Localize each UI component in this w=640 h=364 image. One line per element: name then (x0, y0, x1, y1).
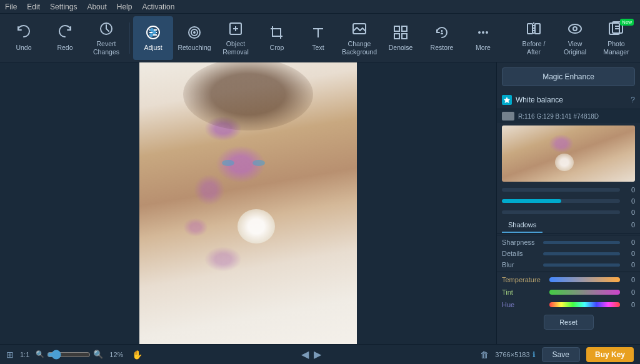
sharpness-row: Sharpness 0 (497, 237, 640, 248)
details-value: 0 (622, 250, 635, 257)
white-balance-header: White balance ? (497, 91, 640, 109)
restore-label: Restore (431, 44, 454, 52)
adjust-button[interactable]: Adjust (133, 16, 173, 60)
svg-rect-27 (535, 24, 540, 34)
tint-label: Tint (502, 288, 547, 296)
hue-value: 0 (622, 301, 635, 308)
zoom-in-icon[interactable]: 🔍 (93, 350, 103, 359)
crop-button[interactable]: Crop (257, 16, 297, 60)
svg-rect-19 (394, 34, 399, 39)
retouching-button[interactable]: Retouching (174, 16, 214, 60)
undo-label: Undo (16, 44, 31, 52)
contrast-value: 0 (622, 197, 635, 205)
object-removal-label: ObjectRemoval (222, 40, 248, 56)
divider-2 (497, 272, 640, 272)
details-label: Details (502, 250, 541, 257)
restore-button[interactable]: Restore (422, 16, 462, 60)
denoise-label: Denoise (389, 44, 413, 52)
text-label: Text (312, 44, 324, 52)
tint-track[interactable] (549, 290, 620, 295)
hand-tool-icon[interactable]: ✋ (132, 350, 142, 360)
divider-1 (497, 235, 640, 235)
crop-label: Crop (270, 44, 284, 52)
photo-image (139, 62, 357, 344)
hue-row: Hue 0 (497, 299, 640, 310)
details-row: Details 0 (497, 248, 640, 259)
change-background-button[interactable]: ChangeBackground (339, 16, 379, 60)
save-button[interactable]: Save (542, 347, 580, 362)
menu-help[interactable]: Help (117, 2, 132, 11)
adjust-label: Adjust (144, 44, 162, 52)
retouching-label: Retouching (178, 44, 211, 52)
menu-about[interactable]: About (87, 2, 106, 11)
temperature-track[interactable] (549, 277, 620, 282)
svg-point-10 (194, 32, 195, 33)
highlights-value: 0 (622, 209, 635, 216)
delete-icon[interactable]: 🗑 (480, 350, 489, 360)
menu-bar: File Edit Settings About Help Activation (0, 0, 640, 14)
hue-track[interactable] (549, 302, 620, 307)
tint-value: 0 (622, 288, 635, 296)
svg-point-30 (573, 27, 577, 31)
more-button[interactable]: More (463, 16, 503, 60)
change-background-label: ChangeBackground (342, 40, 377, 56)
before-after-button[interactable]: Before /After (514, 16, 554, 60)
menu-activation[interactable]: Activation (142, 2, 174, 11)
buy-key-button[interactable]: Buy Key (586, 347, 634, 362)
reset-button[interactable]: Reset (544, 315, 594, 330)
fit-icon[interactable]: ⊞ (6, 350, 14, 360)
redo-button[interactable]: Redo (45, 16, 85, 60)
zoom-ratio[interactable]: 1:1 (20, 351, 29, 358)
zoom-percent: 12% (109, 351, 123, 358)
temperature-label: Temperature (502, 276, 547, 283)
contrast-track[interactable] (502, 199, 620, 203)
menu-edit[interactable]: Edit (27, 2, 40, 11)
view-original-button[interactable]: ViewOriginal (555, 16, 595, 60)
svg-point-6 (153, 31, 156, 34)
photo-manager-button[interactable]: New PhotoManager (596, 16, 636, 60)
photo-container (139, 62, 357, 344)
toolbar: Undo Redo RevertChanges Adjust (0, 14, 640, 62)
help-button[interactable]: ? (631, 96, 635, 104)
next-arrow[interactable]: ▶ (314, 348, 321, 360)
svg-point-7 (150, 34, 152, 36)
more-label: More (476, 44, 491, 52)
menu-settings[interactable]: Settings (50, 2, 77, 11)
blur-row: Blur 0 (497, 259, 640, 270)
highlights-slider-row: 0 (497, 207, 640, 218)
shadows-tab-row: Shadows 0 (497, 218, 640, 234)
menu-file[interactable]: File (5, 2, 17, 11)
text-button[interactable]: Text (298, 16, 338, 60)
svg-point-5 (151, 29, 153, 31)
svg-point-25 (486, 31, 488, 34)
hue-label: Hue (502, 301, 547, 308)
right-panel: Magic Enhance White balance ? R:116 G:12… (496, 62, 640, 344)
color-swatch (502, 112, 514, 121)
main-area: Magic Enhance White balance ? R:116 G:12… (0, 62, 640, 344)
canvas-area[interactable] (0, 62, 496, 344)
zoom-slider[interactable] (47, 350, 91, 360)
exposure-track[interactable] (502, 188, 620, 192)
blur-track[interactable] (543, 263, 620, 267)
object-removal-button[interactable]: ObjectRemoval (216, 16, 256, 60)
nav-arrows: ◀ ▶ (301, 348, 321, 360)
temperature-value: 0 (622, 276, 635, 283)
highlights-track[interactable] (502, 210, 620, 214)
new-badge: New (620, 19, 634, 26)
shadows-tab[interactable]: Shadows (502, 218, 542, 233)
color-info-bar: R:116 G:129 B:141 #74818D (497, 109, 640, 123)
contrast-slider-row: 0 (497, 195, 640, 207)
tint-row: Tint 0 (497, 287, 640, 298)
undo-button[interactable]: Undo (4, 16, 44, 60)
details-track[interactable] (543, 252, 620, 255)
zoom-out-icon[interactable]: 🔍 (36, 350, 44, 358)
revert-button[interactable]: RevertChanges (86, 16, 126, 60)
photo-manager-label: PhotoManager (603, 40, 629, 56)
temperature-row: Temperature 0 (497, 274, 640, 285)
info-icon[interactable]: ℹ (532, 350, 536, 359)
denoise-button[interactable]: Denoise (381, 16, 421, 60)
sharpness-track[interactable] (543, 241, 620, 244)
prev-arrow[interactable]: ◀ (301, 348, 309, 360)
toolbar-divider-1 (129, 22, 130, 54)
magic-enhance-button[interactable]: Magic Enhance (502, 67, 635, 86)
